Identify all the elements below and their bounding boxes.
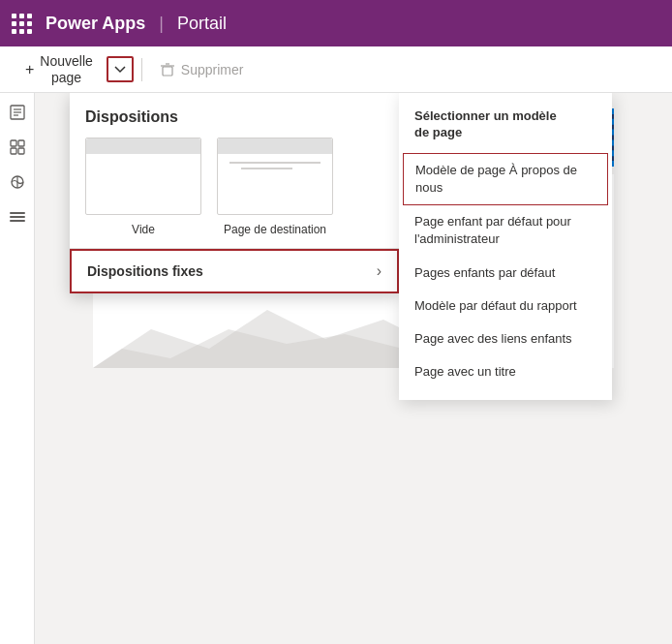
toolbar: + Nouvelle page Supprimer: [0, 46, 672, 93]
layout-thumbnail-line1: [229, 162, 321, 164]
svg-rect-7: [11, 140, 16, 146]
svg-rect-10: [18, 148, 24, 154]
delete-icon: [160, 62, 175, 77]
layout-destination-header: [218, 138, 332, 154]
template-item-2[interactable]: Pages enfants par défaut: [399, 257, 612, 290]
layout-thumbnail-line2: [241, 168, 292, 169]
main-area: oso Contoso Dispositions: [0, 93, 672, 644]
new-page-button[interactable]: + Nouvelle page: [15, 47, 103, 92]
template-panel-title: Sélectionner un modèle de page: [399, 105, 612, 153]
delete-button[interactable]: Supprimer: [150, 56, 254, 83]
new-page-dropdown-button[interactable]: [107, 56, 134, 82]
svg-rect-15: [10, 220, 25, 222]
fixed-layouts-row[interactable]: Dispositions fixes ›: [70, 249, 399, 293]
apps-grid-icon[interactable]: [12, 14, 32, 34]
fixed-layouts-label: Dispositions fixes: [87, 263, 203, 279]
dropdown-panel: Dispositions Vide: [70, 93, 399, 293]
template-item-4[interactable]: Page avec des liens enfants: [399, 322, 612, 355]
left-sidebar: [0, 93, 35, 644]
svg-rect-0: [163, 67, 172, 76]
svg-rect-9: [11, 148, 16, 154]
svg-rect-8: [18, 140, 24, 146]
template-item-3[interactable]: Modèle par défaut du rapport: [399, 290, 612, 322]
sidebar-icon-settings[interactable]: [6, 205, 29, 229]
layout-destination[interactable]: Page de destination: [217, 138, 333, 236]
template-item-5[interactable]: Page avec un titre: [399, 355, 612, 388]
sidebar-icon-pages[interactable]: [6, 101, 29, 124]
plus-icon: +: [25, 61, 34, 78]
delete-label: Supprimer: [181, 62, 244, 77]
template-item-0[interactable]: Modèle de page À propos de nous: [403, 153, 608, 205]
sidebar-icon-components[interactable]: [6, 136, 29, 159]
layout-vide-label: Vide: [132, 223, 155, 236]
dispositions-title: Dispositions: [85, 108, 383, 126]
chevron-down-icon: [114, 66, 126, 74]
layout-options: Vide Page de destination: [85, 138, 383, 236]
layout-destination-label: Page de destination: [224, 223, 326, 236]
layout-vide-header: [86, 138, 200, 154]
template-item-1[interactable]: Page enfant par défaut pour l'administra…: [399, 205, 612, 256]
new-page-label: Nouvelle page: [40, 53, 92, 86]
dispositions-section: Dispositions Vide: [70, 93, 399, 248]
portal-label: Portail: [177, 14, 227, 34]
topbar: Power Apps | Portail: [0, 0, 672, 46]
sidebar-icon-theme[interactable]: [6, 170, 29, 194]
layout-vide[interactable]: Vide: [85, 138, 201, 236]
template-panel: Sélectionner un modèle de page Modèle de…: [399, 93, 612, 400]
toolbar-separator: [141, 58, 142, 81]
layout-destination-thumbnail: [217, 138, 333, 215]
chevron-right-icon: ›: [377, 262, 382, 280]
topbar-divider: |: [159, 14, 164, 34]
app-title: Power Apps: [46, 14, 145, 34]
canvas-area: oso Contoso Dispositions: [35, 93, 672, 644]
svg-rect-14: [10, 216, 25, 218]
svg-rect-13: [10, 212, 25, 214]
layout-vide-thumbnail: [85, 138, 201, 215]
